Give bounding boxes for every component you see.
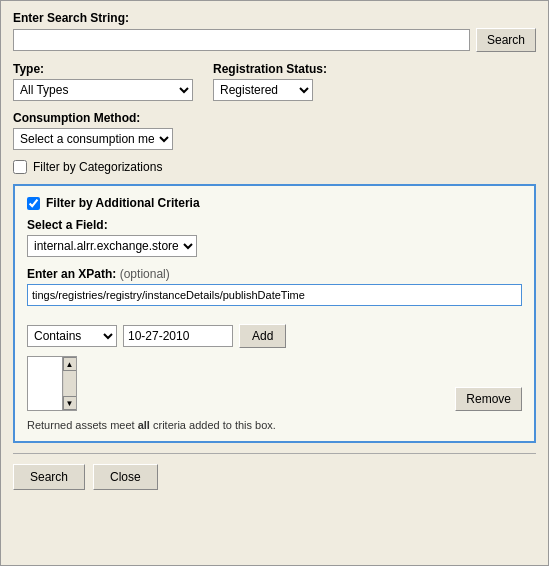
xpath-optional-label: (optional) (120, 267, 170, 281)
criteria-note: Returned assets meet all criteria added … (27, 419, 522, 431)
select-field-section: Select a Field: internal.alrr.exchange.s… (27, 218, 522, 257)
type-label: Type: (13, 62, 193, 76)
search-button[interactable]: Search (476, 28, 536, 52)
xpath-input[interactable] (27, 284, 522, 306)
type-registration-row: Type: All Types Registration Status: Reg… (13, 62, 536, 101)
consumption-label: Consumption Method: (13, 111, 536, 125)
search-string-label: Enter Search String: (13, 11, 536, 25)
criteria-list[interactable]: ▲ ▼ (27, 356, 77, 411)
scroll-down-arrow[interactable]: ▼ (63, 396, 77, 410)
filter-categorizations-checkbox[interactable] (13, 160, 27, 174)
select-field-label: Select a Field: (27, 218, 522, 232)
registration-col: Registration Status: Registered (213, 62, 327, 101)
consumption-section: Consumption Method: Select a consumption… (13, 111, 536, 150)
additional-criteria-title: Filter by Additional Criteria (27, 196, 522, 210)
footer-buttons: Search Close (13, 464, 536, 490)
contains-select[interactable]: Contains (27, 325, 117, 347)
xpath-section: Enter an XPath: (optional) (27, 267, 522, 314)
filter-categorizations-row: Filter by Categorizations (13, 160, 536, 174)
select-field-select[interactable]: internal.alrr.exchange.store (27, 235, 197, 257)
additional-criteria-label: Filter by Additional Criteria (46, 196, 200, 210)
footer-search-button[interactable]: Search (13, 464, 85, 490)
value-input[interactable] (123, 325, 233, 347)
filter-categorizations-label: Filter by Categorizations (33, 160, 162, 174)
search-input[interactable] (13, 29, 470, 51)
additional-criteria-checkbox[interactable] (27, 197, 40, 210)
search-string-section: Enter Search String: Search (13, 11, 536, 52)
search-row: Search (13, 28, 536, 52)
registration-label: Registration Status: (213, 62, 327, 76)
xpath-label: Enter an XPath: (optional) (27, 267, 522, 281)
scrollbar-track: ▲ ▼ (62, 357, 76, 410)
contains-row: Contains Add (27, 324, 522, 348)
additional-criteria-box: Filter by Additional Criteria Select a F… (13, 184, 536, 443)
remove-button[interactable]: Remove (455, 387, 522, 411)
type-col: Type: All Types (13, 62, 193, 101)
consumption-select[interactable]: Select a consumption method (13, 128, 173, 150)
scrollbar-thumb (64, 371, 76, 396)
criteria-list-area: ▲ ▼ Remove (27, 356, 522, 411)
footer-divider (13, 453, 536, 454)
scroll-up-arrow[interactable]: ▲ (63, 357, 77, 371)
add-button[interactable]: Add (239, 324, 286, 348)
type-select[interactable]: All Types (13, 79, 193, 101)
footer-close-button[interactable]: Close (93, 464, 158, 490)
search-dialog: Enter Search String: Search Type: All Ty… (0, 0, 549, 566)
registration-select[interactable]: Registered (213, 79, 313, 101)
